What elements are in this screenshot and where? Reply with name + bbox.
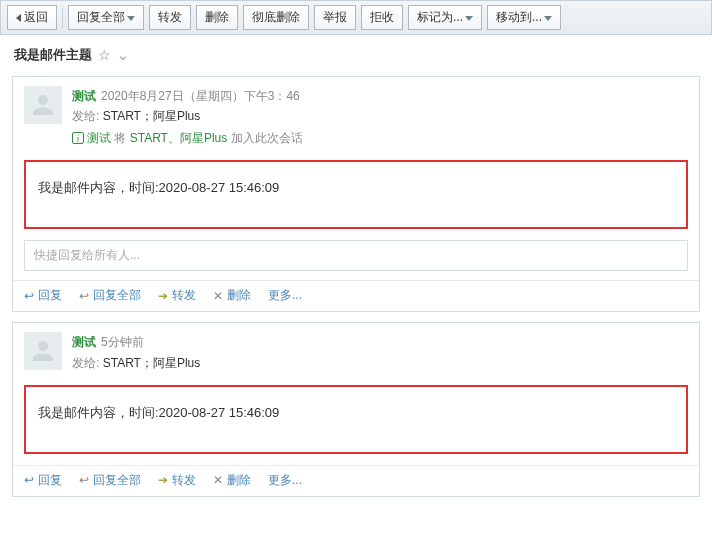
chevron-down-icon [544, 16, 552, 21]
message-datetime: 5分钟前 [101, 335, 144, 349]
chevron-left-icon [16, 14, 21, 22]
message-meta: 测试2020年8月27日（星期四）下午3：46发给: START；阿星Plusi… [72, 86, 688, 148]
move-to-button[interactable]: 移动到... [487, 5, 561, 30]
join-names: START、阿星Plus [130, 131, 228, 145]
mark-as-button[interactable]: 标记为... [408, 5, 482, 30]
forward-button[interactable]: 转发 [149, 5, 191, 30]
message-datetime: 2020年8月27日（星期四）下午3：46 [101, 89, 300, 103]
recipients: START；阿星Plus [103, 356, 201, 370]
reply-all-icon: ↩ [79, 289, 89, 303]
message-card: 测试5分钟前发给: START；阿星Plus我是邮件内容，时间:2020-08-… [12, 322, 700, 497]
more-action[interactable]: 更多... [268, 287, 302, 304]
message-header: 测试5分钟前发给: START；阿星Plus [13, 323, 699, 380]
sender-name: 测试 [72, 335, 96, 349]
reply-all-button[interactable]: 回复全部 [68, 5, 144, 30]
reply-all-action[interactable]: ↩回复全部 [79, 287, 141, 304]
avatar [24, 332, 62, 370]
message-meta: 测试5分钟前发给: START；阿星Plus [72, 332, 688, 373]
message-card: 测试2020年8月27日（星期四）下午3：46发给: START；阿星Plusi… [12, 76, 700, 312]
recipients: START；阿星Plus [103, 109, 201, 123]
message-actions: ↩回复↩回复全部➔转发✕删除更多... [13, 465, 699, 496]
divider [62, 8, 63, 28]
chevron-down-icon [127, 16, 135, 21]
delete-action[interactable]: ✕删除 [213, 472, 251, 489]
star-icon[interactable]: ☆ [98, 47, 111, 63]
reply-action[interactable]: ↩回复 [24, 287, 62, 304]
message-actions: ↩回复↩回复全部➔转发✕删除更多... [13, 280, 699, 311]
forward-icon: ➔ [158, 289, 168, 303]
toolbar: 返回 回复全部 转发 删除 彻底删除 举报 拒收 标记为... 移动到... [0, 0, 712, 35]
reply-action[interactable]: ↩回复 [24, 472, 62, 489]
reply-all-icon: ↩ [79, 473, 89, 487]
reject-button[interactable]: 拒收 [361, 5, 403, 30]
sender-name: 测试 [72, 89, 96, 103]
forward-icon: ➔ [158, 473, 168, 487]
message-body: 我是邮件内容，时间:2020-08-27 15:46:09 [24, 160, 688, 229]
more-action[interactable]: 更多... [268, 472, 302, 489]
subject-text: 我是邮件主题 [14, 46, 92, 64]
report-button[interactable]: 举报 [314, 5, 356, 30]
forward-action[interactable]: ➔转发 [158, 472, 196, 489]
delete-icon: ✕ [213, 289, 223, 303]
recipients-label: 发给: [72, 109, 99, 123]
message-header: 测试2020年8月27日（星期四）下午3：46发给: START；阿星Plusi… [13, 77, 699, 155]
join-info: i测试 将 START、阿星Plus 加入此次会话 [72, 128, 688, 148]
delete-button[interactable]: 删除 [196, 5, 238, 30]
chevron-down-icon [465, 16, 473, 21]
join-sender: 测试 [87, 131, 111, 145]
back-label: 返回 [24, 9, 48, 26]
message-body: 我是邮件内容，时间:2020-08-27 15:46:09 [24, 385, 688, 454]
subject-bar: 我是邮件主题 ☆ ⌄ [0, 35, 712, 70]
delete-action[interactable]: ✕删除 [213, 287, 251, 304]
forward-action[interactable]: ➔转发 [158, 287, 196, 304]
perm-delete-button[interactable]: 彻底删除 [243, 5, 309, 30]
info-icon: i [72, 132, 84, 144]
reply-icon: ↩ [24, 473, 34, 487]
delete-icon: ✕ [213, 473, 223, 487]
recipients-label: 发给: [72, 356, 99, 370]
avatar [24, 86, 62, 124]
reply-icon: ↩ [24, 289, 34, 303]
back-button[interactable]: 返回 [7, 5, 57, 30]
reply-all-action[interactable]: ↩回复全部 [79, 472, 141, 489]
quick-reply-input[interactable]: 快捷回复给所有人... [24, 240, 688, 271]
subject-menu-icon[interactable]: ⌄ [117, 47, 129, 63]
